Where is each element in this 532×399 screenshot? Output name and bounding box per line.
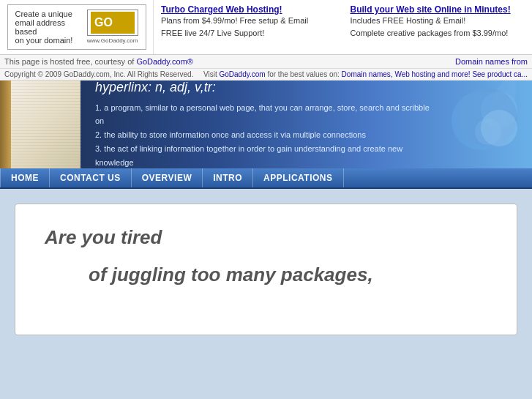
visit-prefix: Visit [203, 70, 220, 78]
godaddy-ad: Create a unique email address based on y… [0, 0, 154, 54]
hero-content: hyperlinx: n, adj, v,tr: 1. a program, s… [80, 81, 444, 168]
ad1-line1: Plans from $4.99/mo! Free setup & Email [161, 15, 336, 27]
ad2-line2: Complete creative packages from $3.99/mo… [351, 27, 525, 40]
hero-item-1: 1. a program, similar to a personal web … [95, 101, 430, 128]
hero-decorative [444, 81, 532, 168]
product-links[interactable]: Domain names, Web hosting and more! See … [342, 70, 528, 78]
godaddy-visit-link[interactable]: GoDaddy.com [219, 70, 265, 78]
ad1-title[interactable]: Turbo Charged Web Hosting! [161, 4, 336, 15]
hero-book-image [0, 81, 80, 168]
navigation: HOME CONTACT US OVERVIEW INTRO APPLICATI… [0, 168, 532, 189]
ad1-line2: FREE live 24/7 Live Support! [161, 27, 336, 40]
hero-item-3: 3. the act of linking information togeth… [95, 142, 430, 168]
hero-item-2: 2. the ability to store information once… [95, 128, 430, 142]
middle-ads: Turbo Charged Web Hosting! Plans from $4… [154, 0, 532, 54]
nav-intro[interactable]: INTRO [203, 168, 253, 187]
for-text: for the best values on: [266, 70, 342, 78]
ad-block-1: Turbo Charged Web Hosting! Plans from $4… [161, 4, 336, 50]
domain-names-link[interactable]: Domain names from [455, 57, 528, 66]
hero-section: hyperlinx: n, adj, v,tr: 1. a program, s… [0, 81, 532, 168]
hosted-bar: This page is hosted free, courtesy of Go… [0, 55, 532, 69]
ad2-line1: Includes FREE Hosting & Email! [351, 15, 525, 27]
copyright-text: Copyright © 2009 GoDaddy.com, Inc. All R… [4, 70, 193, 78]
content-card: Are you tired of juggling too many packa… [15, 204, 517, 335]
godaddy-tagline: Create a unique [15, 10, 72, 18]
godaddy-url: www.GoDaddy.com [87, 37, 138, 44]
visit-text: Visit GoDaddy.com for the best values on… [203, 70, 528, 78]
headline-2: of juggling too many packages, [45, 264, 487, 286]
headline-1: Are you tired [45, 226, 487, 249]
svg-point-0 [452, 92, 510, 150]
svg-point-2 [475, 119, 501, 145]
nav-overview[interactable]: OVERVIEW [132, 168, 203, 187]
hosted-left: This page is hosted free, courtesy of Go… [4, 57, 193, 66]
hosted-prefix: This page is hosted free, courtesy of [4, 57, 136, 66]
hero-title: hyperlinx: n, adj, v,tr: [95, 81, 430, 95]
ad2-title[interactable]: Build your Web site Online in Minutes! [351, 4, 525, 15]
nav-contact-us[interactable]: CONTACT US [50, 168, 132, 187]
main-content: Are you tired of juggling too many packa… [0, 189, 532, 350]
ad-block-2: Build your Web site Online in Minutes! I… [351, 4, 525, 50]
copyright-bar: Copyright © 2009 GoDaddy.com, Inc. All R… [0, 69, 532, 81]
godaddy-tagline3: on your domain! [15, 36, 73, 45]
godaddy-link[interactable]: GoDaddy.com® [136, 57, 193, 66]
nav-applications[interactable]: APPLICATIONS [253, 168, 343, 187]
godaddy-tagline2: email address based [15, 18, 65, 36]
copyright: Copyright © 2009 GoDaddy.com, Inc. All R… [4, 70, 193, 78]
nav-home[interactable]: HOME [0, 168, 50, 187]
top-banner: Create a unique email address based on y… [0, 0, 532, 55]
